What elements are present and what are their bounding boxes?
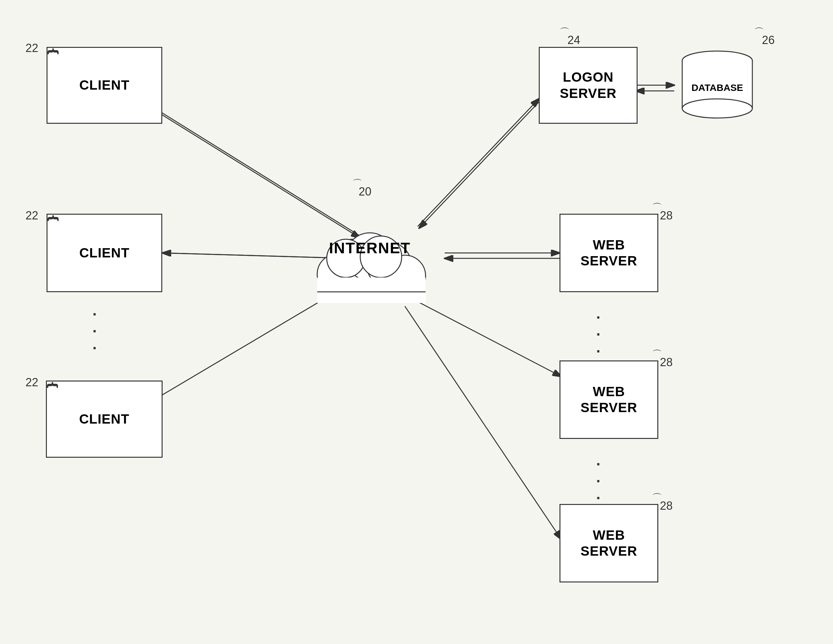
client1-ref: 22 [26,42,38,55]
svg-rect-22 [317,277,426,303]
logon-server-ref-squiggle: ⌒ [560,26,570,40]
web-server1-box: WEB SERVER [560,214,658,292]
web-server-dots2: ··· [596,456,600,507]
web-server3-box: WEB SERVER [560,504,658,583]
database-ref-squiggle: ⌒ [754,26,764,40]
internet-ref-squiggle: ⌒ [352,177,362,191]
client2-ref: 22 [26,209,38,222]
client3-ref: 22 [26,376,38,389]
database-cylinder: DATABASE [669,42,765,127]
database-shape: DATABASE [679,50,756,120]
client3-box: CLIENT [46,380,162,458]
client3-squiggle: ❴ [46,380,59,458]
client2-squiggle: ❴ [47,214,60,292]
logon-server-box: LOGON SERVER [539,47,638,124]
svg-text:DATABASE: DATABASE [691,82,743,93]
internet-label: INTERNET [312,239,427,257]
client2-box: CLIENT [47,214,162,292]
internet-cloud: INTERNET 20 ⌒ [296,195,443,311]
client-dots: ··· [92,306,96,357]
web-server3-ref-squiggle: ⌒ [652,491,662,505]
web-server2-ref-squiggle: ⌒ [652,348,662,362]
web-server-dots: ··· [596,309,600,360]
web-server2-box: WEB SERVER [560,361,658,439]
web-server1-ref-squiggle: ⌒ [652,201,662,215]
diagram: INTERNET 20 ⌒ CLIENT 22 ❴ CLIENT 22 ❴ ··… [0,0,833,644]
client1-box: CLIENT [47,47,162,124]
svg-line-14 [405,306,561,539]
svg-point-28 [682,99,753,118]
client1-squiggle: ❴ [47,47,60,124]
